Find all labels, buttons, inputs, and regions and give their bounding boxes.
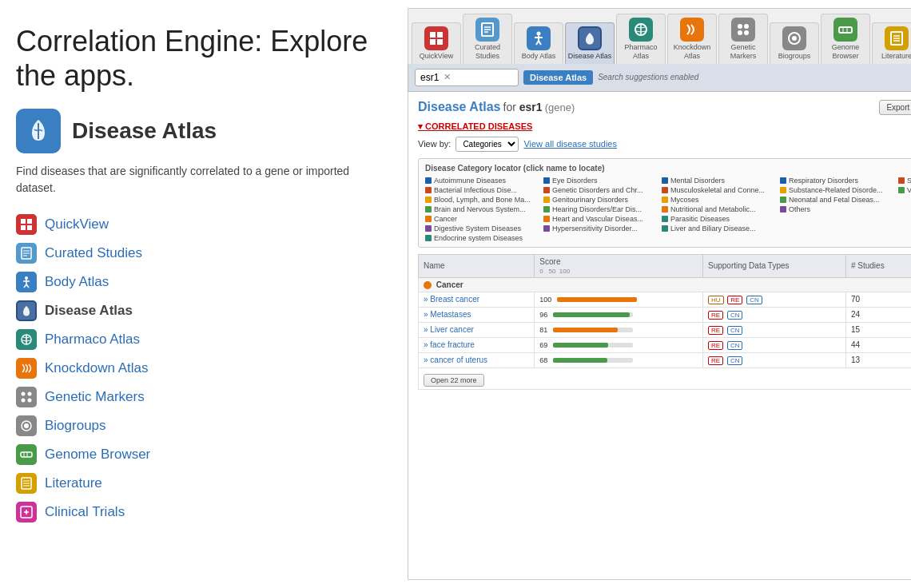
nav-item-literature[interactable]: Literature [16,473,384,494]
view-all-link[interactable]: View all disease studies [523,139,617,149]
tag-cn-liver: CN [727,326,743,335]
category-hearing[interactable]: Hearing Disorders/Ear Dis... [543,205,655,213]
view-by-select[interactable]: Categories [456,137,519,152]
search-bar: esr1 ✕ Disease Atlas Search suggestions … [408,64,911,92]
category-autoimmune[interactable]: Autoimmune Diseases [425,177,537,185]
disease-name-fracture[interactable]: » face fracture [419,337,535,352]
category-endocrine[interactable]: Endocrine system Diseases [425,234,537,242]
clinical-link[interactable]: Clinical Trials [45,504,125,520]
curated-link[interactable]: Curated Studies [45,245,142,261]
body-link[interactable]: Body Atlas [45,274,109,290]
tab-genome[interactable]: Genome Browser [821,14,870,64]
tab-quickview[interactable]: QuickView [412,22,461,64]
category-bacterial[interactable]: Bacterial Infectious Dise... [425,186,537,194]
category-nutritional[interactable]: Nutritional and Metabolic... [662,205,774,213]
tab-body[interactable]: Body Atlas [514,22,563,64]
category-musculo[interactable]: Musculoskeletal and Conne... [662,186,774,194]
category-liver-biliary[interactable]: Liver and Biliary Disease... [662,224,774,232]
svg-point-16 [28,392,32,396]
correlated-diseases-link[interactable]: ▾ CORRELATED DISEASES [418,121,911,132]
quickview-link[interactable]: QuickView [45,217,109,232]
studies-uterus: 13 [845,352,911,368]
tab-disease[interactable]: Disease Atlas [565,22,615,64]
category-cancer[interactable]: Cancer [425,215,537,223]
nav-item-quickview[interactable]: QuickView [16,214,384,235]
export-button[interactable]: Export [879,100,911,115]
category-brain[interactable]: Brain and Nervous System... [425,205,537,213]
score-bar-uterus [553,358,633,363]
cat-dot-endocrine [425,235,432,241]
tab-disease-label: Disease Atlas [568,52,612,61]
category-eye[interactable]: Eye Disorders [543,177,655,185]
tab-knockdown-label: Knockdown Atlas [670,43,714,61]
cat-dot-mental [662,177,668,184]
open-more-button[interactable]: Open 22 more [424,374,484,387]
cat-dot-skin [898,177,905,184]
category-parasitic[interactable]: Parasitic Diseases [662,215,774,223]
cat-dot-eye [543,177,550,184]
tab-genetic[interactable]: Genetic Markers [718,14,768,64]
category-skin[interactable]: Skin Disorders [898,177,911,185]
body-icon [16,272,37,292]
cat-dot-parasitic [662,216,668,222]
tab-pharmaco[interactable]: Pharmaco Atlas [616,14,666,64]
tab-curated-icon [475,18,499,42]
nav-item-curated[interactable]: Curated Studies [16,243,384,264]
nav-item-biogroups[interactable]: Biogroups [16,415,384,436]
cat-dot-neonatal [780,197,786,203]
genetic-link[interactable]: Genetic Markers [45,389,145,405]
search-input-container[interactable]: esr1 ✕ [415,69,519,86]
nav-item-body[interactable]: Body Atlas [16,272,384,292]
gene-name: esr1 [519,101,543,113]
svg-point-48 [738,30,742,35]
cat-dot-hearing [543,206,550,213]
cat-dot-liver [662,225,668,232]
nav-item-clinical[interactable]: Clinical Trials [16,502,384,522]
disease-name-metastases[interactable]: » Metastases [419,307,535,322]
svg-rect-31 [430,32,436,38]
category-others[interactable]: Others [780,205,892,213]
studies-fracture: 44 [845,337,911,352]
disease-name-uterus[interactable]: » cancer of uterus [419,352,535,368]
category-neonatal[interactable]: Neonatal and Fetal Diseas... [780,196,892,204]
table-row: » face fracture 69 RE CN 44 ↓ down-regul… [419,337,912,352]
score-fill-uterus [553,358,607,363]
disease-name-liver[interactable]: » Liver cancer [419,322,535,337]
search-clear-button[interactable]: ✕ [444,72,451,82]
category-genetic[interactable]: Genetic Disorders and Chr... [543,186,655,194]
category-viral[interactable]: Viral Infectious Disease [898,186,911,194]
col-score: Score 0 50 100 [535,254,703,277]
nav-list: QuickView Curated Studies [16,214,384,522]
cat-dot-bacterial [425,187,432,193]
tab-biogroups[interactable]: Biogroups [770,22,819,64]
tab-literature[interactable]: Literature [872,22,911,64]
tab-knockdown[interactable]: Knockdown Atlas [667,14,717,64]
category-blood[interactable]: Blood, Lymph, and Bone Ma... [425,196,537,204]
category-substance[interactable]: Substance-Related Disorde... [780,186,892,194]
category-mental[interactable]: Mental Disorders [662,177,774,185]
pharmaco-link[interactable]: Pharmaco Atlas [45,332,140,348]
nav-item-knockdown[interactable]: Knockdown Atlas [16,358,384,379]
svg-point-17 [22,399,26,403]
category-hypersensitivity[interactable]: Hypersensitivity Disorder... [543,224,655,232]
svg-point-20 [24,423,29,428]
cat-dot-viral [898,187,905,193]
tag-hu-breast: HU [708,296,724,304]
tab-quickview-label: QuickView [420,52,453,61]
studies-liver: 15 [845,322,911,337]
disease-name-breast[interactable]: » Breast cancer [419,292,535,307]
category-digestive[interactable]: Digestive System Diseases [425,224,537,232]
nav-item-genetic[interactable]: Genetic Markers [16,387,384,407]
category-mycoses[interactable]: Mycoses [662,196,774,204]
category-respiratory[interactable]: Respiratory Disorders [780,177,892,185]
nav-item-pharmaco[interactable]: Pharmaco Atlas [16,329,384,350]
category-genito[interactable]: Genitourinary Disorders [543,196,655,204]
biogroups-link[interactable]: Biogroups [45,418,106,434]
tab-curated[interactable]: Curated Studies [463,14,512,64]
literature-link[interactable]: Literature [45,475,102,491]
genome-link[interactable]: Genome Browser [45,447,150,463]
category-grid: Autoimmune Diseases Eye Disorders Mental… [425,177,911,242]
nav-item-genome[interactable]: Genome Browser [16,444,384,465]
knockdown-link[interactable]: Knockdown Atlas [45,360,148,376]
category-heart[interactable]: Heart and Vascular Diseas... [543,215,655,223]
